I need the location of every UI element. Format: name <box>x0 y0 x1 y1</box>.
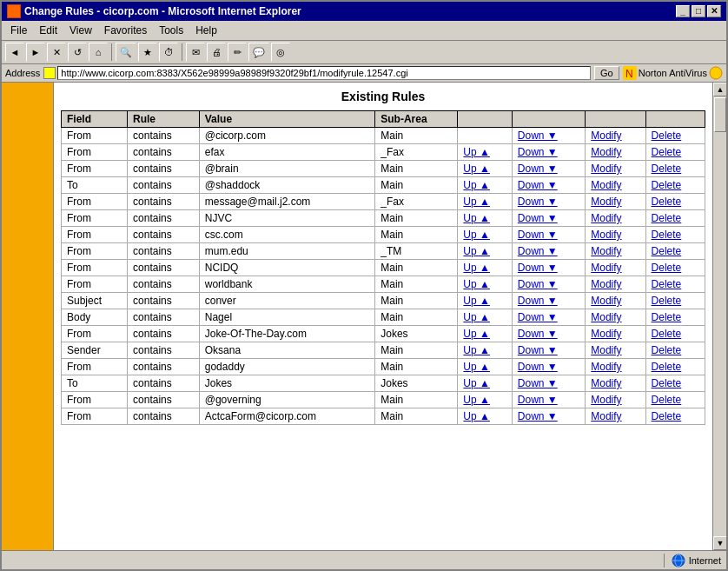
modify-button[interactable]: Modify <box>591 344 621 356</box>
modify-button[interactable]: Modify <box>591 245 621 257</box>
edit-button[interactable]: ✏ <box>228 43 247 62</box>
up-button[interactable]: Up ▲ <box>463 146 490 158</box>
scroll-down-button[interactable]: ▼ <box>713 536 726 550</box>
down-button[interactable]: Down ▼ <box>518 212 558 224</box>
down-button[interactable]: Down ▼ <box>518 146 558 158</box>
up-button[interactable]: Up ▲ <box>463 394 490 406</box>
mail-button[interactable]: ✉ <box>186 43 205 62</box>
down-button[interactable]: Down ▼ <box>518 377 558 389</box>
up-button[interactable]: Up ▲ <box>463 229 490 241</box>
up-button[interactable]: Up ▲ <box>463 163 490 175</box>
down-button[interactable]: Down ▼ <box>518 311 558 323</box>
up-button[interactable]: Up ▲ <box>463 410 490 422</box>
modify-button[interactable]: Modify <box>591 295 621 307</box>
go-button[interactable]: Go <box>594 66 619 80</box>
minimize-button[interactable]: _ <box>676 5 690 17</box>
modify-button[interactable]: Modify <box>591 394 621 406</box>
delete-button[interactable]: Delete <box>652 245 682 257</box>
menu-favorites[interactable]: Favorites <box>99 23 152 38</box>
down-button[interactable]: Down ▼ <box>518 245 558 257</box>
modify-button[interactable]: Modify <box>591 311 621 323</box>
modify-button[interactable]: Modify <box>591 262 621 274</box>
history-button[interactable]: ⏱ <box>159 43 178 62</box>
down-button[interactable]: Down ▼ <box>518 361 558 373</box>
down-button[interactable]: Down ▼ <box>518 229 558 241</box>
up-button[interactable]: Up ▲ <box>463 311 490 323</box>
main-panel[interactable]: Existing Rules Field Rule Value Sub-Area <box>54 83 712 550</box>
delete-button[interactable]: Delete <box>652 377 682 389</box>
down-button[interactable]: Down ▼ <box>518 394 558 406</box>
down-button[interactable]: Down ▼ <box>518 262 558 274</box>
home-button[interactable] <box>89 43 108 62</box>
delete-button[interactable]: Delete <box>652 394 682 406</box>
address-input[interactable] <box>57 66 591 80</box>
delete-button[interactable]: Delete <box>652 262 682 274</box>
forward-button[interactable] <box>26 43 45 62</box>
up-button[interactable]: Up ▲ <box>463 377 490 389</box>
modify-button[interactable]: Modify <box>591 179 621 191</box>
delete-button[interactable]: Delete <box>652 344 682 356</box>
menu-help[interactable]: Help <box>190 23 222 38</box>
modify-button[interactable]: Modify <box>591 278 621 290</box>
up-button[interactable]: Up ▲ <box>463 196 490 208</box>
up-button[interactable]: Up ▲ <box>463 328 490 340</box>
delete-button[interactable]: Delete <box>652 179 682 191</box>
delete-button[interactable]: Delete <box>652 328 682 340</box>
modify-button[interactable]: Modify <box>591 377 621 389</box>
delete-button[interactable]: Delete <box>652 311 682 323</box>
modify-button[interactable]: Modify <box>591 129 621 142</box>
down-button[interactable]: Down ▼ <box>518 163 558 175</box>
delete-button[interactable]: Delete <box>652 278 682 290</box>
modify-button[interactable]: Modify <box>591 229 621 241</box>
scroll-thumb[interactable] <box>714 97 726 132</box>
up-button[interactable]: Up ▲ <box>463 361 490 373</box>
modify-button[interactable]: Modify <box>591 212 621 224</box>
scroll-track[interactable] <box>713 96 726 536</box>
up-button[interactable]: Up ▲ <box>463 262 490 274</box>
delete-button[interactable]: Delete <box>652 129 682 142</box>
delete-button[interactable]: Delete <box>652 146 682 158</box>
menu-edit[interactable]: Edit <box>34 23 63 38</box>
maximize-button[interactable]: □ <box>692 5 705 17</box>
favorites-button[interactable]: ★ <box>138 43 157 62</box>
delete-button[interactable]: Delete <box>652 361 682 373</box>
down-button[interactable]: Down ▼ <box>518 179 558 191</box>
refresh-button[interactable] <box>68 43 87 62</box>
back-button[interactable] <box>5 43 24 62</box>
down-button[interactable]: Down ▼ <box>518 328 558 340</box>
menu-tools[interactable]: Tools <box>154 23 189 38</box>
modify-button[interactable]: Modify <box>591 163 621 175</box>
close-button[interactable]: ✕ <box>707 5 721 17</box>
messenger-button[interactable]: ◎ <box>271 43 290 62</box>
delete-button[interactable]: Delete <box>652 163 682 175</box>
modify-button[interactable]: Modify <box>591 196 621 208</box>
up-button[interactable]: Up ▲ <box>463 179 490 191</box>
down-button[interactable]: Down ▼ <box>518 278 558 290</box>
search-button[interactable]: 🔍 <box>116 43 136 62</box>
discuss-button[interactable]: 💬 <box>248 43 269 62</box>
delete-button[interactable]: Delete <box>652 410 682 422</box>
down-button[interactable]: Down ▼ <box>518 410 558 422</box>
modify-button[interactable]: Modify <box>591 146 621 158</box>
delete-button[interactable]: Delete <box>652 212 682 224</box>
down-button[interactable]: Down ▼ <box>518 196 558 208</box>
down-button[interactable]: Down ▼ <box>518 129 558 142</box>
up-button[interactable]: Up ▲ <box>463 278 490 290</box>
delete-button[interactable]: Delete <box>652 196 682 208</box>
menu-view[interactable]: View <box>64 23 97 38</box>
delete-button[interactable]: Delete <box>652 295 682 307</box>
delete-button[interactable]: Delete <box>652 229 682 241</box>
stop-button[interactable] <box>47 43 66 62</box>
up-button[interactable]: Up ▲ <box>463 295 490 307</box>
modify-button[interactable]: Modify <box>591 328 621 340</box>
up-button[interactable]: Up ▲ <box>463 344 490 356</box>
down-button[interactable]: Down ▼ <box>518 344 558 356</box>
print-button[interactable]: 🖨 <box>207 43 226 62</box>
scroll-up-button[interactable]: ▲ <box>713 83 726 96</box>
menu-file[interactable]: File <box>5 23 32 38</box>
modify-button[interactable]: Modify <box>591 410 621 422</box>
down-button[interactable]: Down ▼ <box>518 295 558 307</box>
up-button[interactable]: Up ▲ <box>463 212 490 224</box>
up-button[interactable]: Up ▲ <box>463 245 490 257</box>
modify-button[interactable]: Modify <box>591 361 621 373</box>
